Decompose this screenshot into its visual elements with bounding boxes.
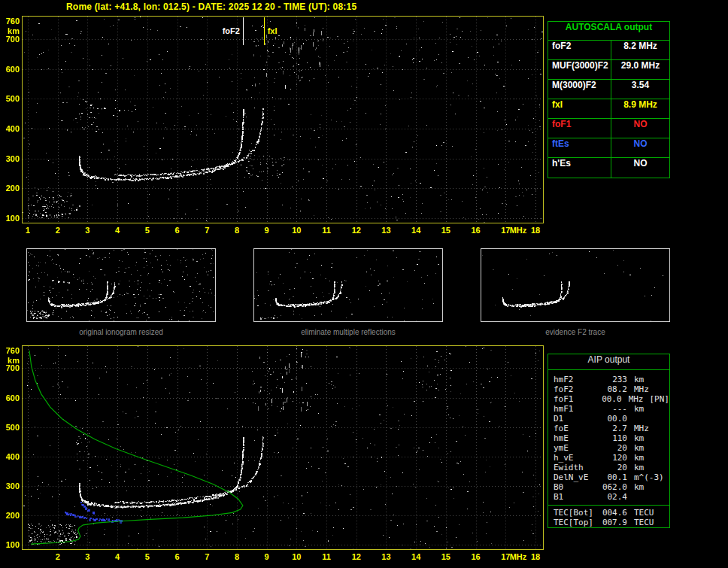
autoscala-parameter-label: foF1 <box>548 119 611 138</box>
aip-parameter-unit: km <box>627 463 644 472</box>
aip-parameter-unit: MHz <box>627 424 649 433</box>
x-axis-tick-label: 6 <box>168 552 187 561</box>
aip-parameter-value: 08.2 <box>600 384 627 394</box>
fof2-marker-label: foF2 <box>209 26 241 35</box>
aip-parameter-value: 2.7 <box>600 424 627 433</box>
x-axis-tick-label: 13 <box>377 552 395 561</box>
x-axis-tick-label: 9 <box>258 226 276 235</box>
x-axis-tick-label: 11 <box>317 226 335 235</box>
aip-parameter-unit: TECU <box>627 508 654 518</box>
aip-parameter-unit: km <box>627 443 644 453</box>
y-axis-tick-label: 600 <box>0 65 20 74</box>
thumbnail-original-ionogram <box>26 248 216 322</box>
aip-parameter-value: 233 <box>600 375 627 384</box>
profile-ionogram-canvas <box>23 346 543 549</box>
main-ionogram-canvas <box>23 17 543 223</box>
y-axis-unit-label: km <box>0 356 20 365</box>
aip-parameter-value: 20 <box>600 463 627 472</box>
aip-row-tecbot: TEC[Bot]004.6TECU <box>554 508 669 518</box>
autoscala-parameter-label: M(3000)F2 <box>548 80 611 99</box>
aip-parameter-value: 004.6 <box>600 508 627 518</box>
aip-parameter-label: hmF1 <box>554 404 600 414</box>
thumbnail-eliminate-reflections <box>253 248 443 322</box>
x-axis-unit-label: MHz <box>508 552 529 561</box>
autoscala-parameter-label: fxI <box>548 99 611 118</box>
thumbnail-eliminate-reflections-canvas <box>254 249 442 321</box>
aip-parameter-value: 062.0 <box>600 482 627 492</box>
x-axis-tick-label: 2 <box>49 552 67 561</box>
y-axis-tick-label: 760 <box>0 346 20 355</box>
aip-parameter-value: 02.4 <box>600 492 627 502</box>
aip-row-b0: B0062.0km <box>554 482 669 492</box>
y-axis-tick-label: 600 <box>0 393 20 402</box>
autoscala-parameter-label: h'Es <box>548 158 611 178</box>
aip-parameter-note: [PN] <box>644 394 670 404</box>
aip-row-hve: h_vE120km <box>554 453 669 463</box>
autoscala-parameter-value: NO <box>611 138 669 157</box>
x-axis-tick-label: 18 <box>526 226 544 235</box>
autoscala-row-fxi: fxI8.9 MHz <box>548 99 669 119</box>
aip-tec-rows: TEC[Bot]004.6TECUTEC[Top]007.9TECU <box>548 506 669 527</box>
aip-parameter-label: TEC[Top] <box>554 518 600 527</box>
thumbnail-caption-original: original ionogram resized <box>26 328 216 336</box>
aip-parameter-label: ymE <box>554 443 600 453</box>
autoscala-row-fof2: foF28.2 MHz <box>548 41 669 60</box>
aip-row-delnve: DelN_vE00.1m^(-3) <box>554 472 669 482</box>
aip-parameter-label: Ewidth <box>554 463 600 472</box>
y-axis-tick-label: 760 <box>0 17 20 26</box>
y-axis-tick-label: 300 <box>0 154 20 163</box>
aip-parameter-unit: MHz <box>627 384 649 394</box>
x-axis-tick-label: 8 <box>228 226 246 235</box>
station-date-time-title: Rome (lat: +41.8, lon: 012.5) - DATE: 20… <box>66 2 356 12</box>
autoscala-row-muf3000f2: MUF(3000)F229.0 MHz <box>548 60 669 80</box>
aip-parameter-value: 00.0 <box>596 394 621 404</box>
x-axis-tick-label: 10 <box>287 226 305 235</box>
aip-row-fof2: foF208.2MHz <box>554 384 669 394</box>
y-axis-tick-label: 400 <box>0 124 20 133</box>
autoscala-table-title: AUTOSCALA output <box>548 22 669 41</box>
aip-parameter-label: foF2 <box>554 384 600 394</box>
autoscala-parameter-value: 3.54 <box>611 80 669 99</box>
aip-parameter-label: hmE <box>554 433 600 443</box>
y-axis-tick-label: 500 <box>0 423 20 432</box>
aip-parameter-value: 00.0 <box>600 414 627 424</box>
profile-ionogram-plot <box>22 345 544 550</box>
x-axis-tick-label: 9 <box>258 552 276 561</box>
aip-parameter-unit: km <box>627 453 644 463</box>
aip-parameter-label: DelN_vE <box>554 472 600 482</box>
autoscala-row-m3000f2: M(3000)F23.54 <box>548 80 669 99</box>
aip-row-hme: hmE110km <box>554 433 669 443</box>
x-axis-tick-label: 15 <box>437 226 455 235</box>
x-axis-tick-label: 12 <box>347 226 366 235</box>
aip-parameter-label: D1 <box>554 414 600 424</box>
autoscala-row-fof1: foF1NO <box>548 119 669 138</box>
aip-parameter-value: --- <box>600 404 627 414</box>
autoscala-parameter-value: 8.9 MHz <box>611 99 669 118</box>
main-ionogram-plot <box>22 16 544 223</box>
aip-table-rows: hmF2233kmfoF208.2MHzfoF100.0MHz[PN]hmF1-… <box>548 370 669 502</box>
aip-parameter-unit: km <box>627 482 644 492</box>
y-axis-tick-label: 700 <box>0 363 20 372</box>
y-axis-tick-label: 700 <box>0 35 20 44</box>
aip-parameter-unit: m^(-3) <box>627 472 664 482</box>
x-axis-tick-label: 3 <box>78 552 96 561</box>
y-axis-tick-label: 400 <box>0 452 20 461</box>
y-axis-tick-label: 100 <box>0 540 20 549</box>
aip-row-hmf1: hmF1---km <box>554 404 669 414</box>
x-axis-tick-label: 10 <box>287 552 305 561</box>
x-axis-tick-label: 7 <box>198 552 216 561</box>
x-axis-tick-label: 6 <box>168 226 187 235</box>
aip-parameter-label: hmF2 <box>554 375 600 384</box>
autoscala-row-hes: h'EsNO <box>548 158 669 178</box>
x-axis-tick-label: 16 <box>467 226 485 235</box>
y-axis-unit-label: km <box>0 26 20 35</box>
thumbnail-caption-evidence: evidence F2 trace <box>481 328 670 336</box>
y-axis-tick-label: 500 <box>0 94 20 103</box>
y-axis-tick-label: 200 <box>0 184 20 193</box>
x-axis-tick-label: 14 <box>407 226 425 235</box>
thumbnail-evidence-f2-trace <box>481 248 670 322</box>
x-axis-tick-label: 5 <box>138 552 156 561</box>
aip-parameter-value: 120 <box>600 453 627 463</box>
aip-table-title: AIP output <box>548 354 669 370</box>
x-axis-tick-label: 18 <box>526 552 544 561</box>
